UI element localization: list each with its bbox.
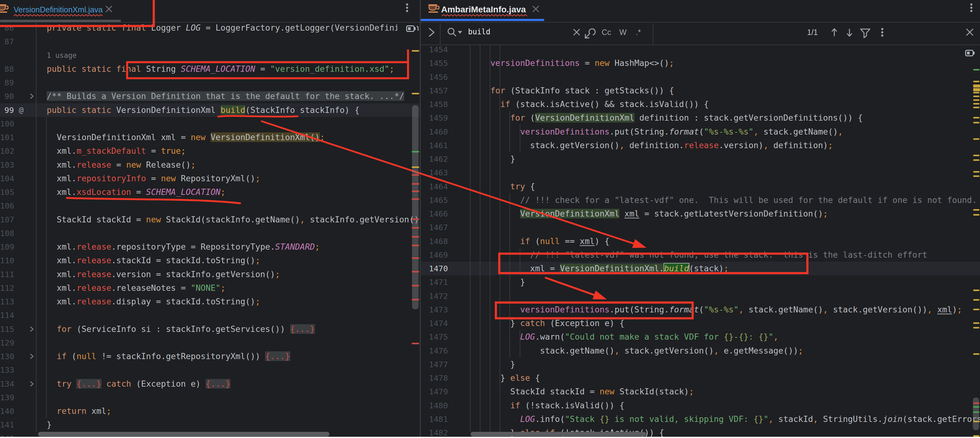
stripe-mark-yellow [973, 299, 979, 301]
stripe-mark-red [412, 299, 419, 300]
stripe-mark-green [973, 411, 979, 413]
annotation [0, 0, 154, 26]
annotation [499, 254, 807, 273]
stripe-mark-red [412, 183, 419, 185]
left-vertical-scrollbar[interactable] [412, 105, 418, 309]
stripe-mark-yellow [973, 81, 979, 82]
stripe-mark-yellow [973, 171, 979, 173]
stripe-mark-yellow [412, 50, 419, 52]
annotation [262, 121, 635, 244]
stripe-mark-yellow [973, 107, 979, 108]
stripe-mark-yellow [973, 88, 980, 91]
stripe-mark-red [412, 236, 419, 237]
stripe-mark-red [973, 403, 979, 404]
stripe-mark-red [412, 174, 419, 176]
stripe-mark-yellow [973, 353, 979, 355]
stripe-mark-red [412, 227, 419, 229]
stripe-mark-yellow [973, 103, 979, 105]
stripe-mark-red [412, 271, 419, 272]
annotation [127, 62, 408, 78]
annotation [67, 198, 240, 203]
stripe-mark-yellow [973, 209, 979, 211]
stripe-mark-red [412, 191, 419, 192]
annotation [218, 116, 298, 116]
stripe-mark-red [412, 245, 419, 246]
stripe-mark-yellow [973, 92, 979, 93]
stripe-mark-red [412, 198, 419, 200]
annotation [632, 239, 646, 248]
stripe-mark-yellow [973, 309, 979, 310]
stripe-mark-yellow [973, 322, 979, 324]
stripe-mark-green [412, 151, 419, 153]
stripe-mark-yellow [973, 214, 979, 216]
stripe-mark-yellow [412, 93, 419, 94]
stripe-mark-yellow [973, 159, 979, 161]
stripe-mark-yellow [973, 435, 979, 437]
stripe-mark-yellow [973, 84, 980, 88]
stripe-mark-yellow [412, 166, 419, 168]
stripe-mark-green [973, 69, 979, 70]
stripe-mark-yellow [973, 138, 979, 140]
stripe-mark-red [412, 285, 419, 287]
annotation [496, 303, 693, 318]
stripe-mark-yellow [973, 117, 979, 118]
stripe-mark-red [412, 218, 419, 220]
annotation [546, 278, 596, 295]
stripe-mark-yellow [973, 122, 979, 123]
stripe-mark-yellow [973, 154, 979, 156]
ide-window: VersionDefinitionXml.java AmbariMetaInfo… [0, 0, 980, 438]
annotation [593, 290, 607, 299]
stripe-mark-yellow [973, 420, 979, 422]
stripe-mark-green [973, 406, 979, 408]
stripe-mark-yellow [973, 96, 979, 97]
annotations-layer [0, 0, 980, 438]
stripe-mark-yellow [973, 290, 979, 291]
stripe-mark-yellow [973, 327, 979, 328]
stripe-mark-yellow [973, 175, 979, 177]
stripe-mark-red [412, 257, 419, 259]
stripe-mark-yellow [973, 99, 979, 101]
stripe-mark-red [412, 343, 419, 344]
